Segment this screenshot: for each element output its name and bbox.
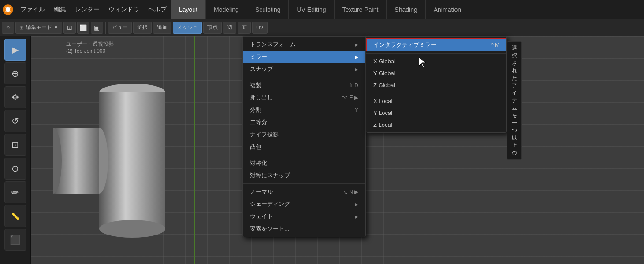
menu-sort-label: 要素をソート... [250, 225, 289, 233]
mirror-x-local-label: X Local [373, 98, 392, 104]
tab-shading[interactable]: Shading [387, 0, 425, 19]
mirror-submenu: インタラクティブミラー ^ M X Global Y Global Z Glob… [366, 36, 507, 133]
edit-mode-icon: ⊞ [19, 25, 24, 31]
menu-mirror[interactable]: ミラー ▶ [243, 51, 365, 63]
tab-texture-paint[interactable]: Texture Paint [335, 0, 387, 19]
left-toolbar: ▶ ⊕ ✥ ↺ ⊡ ⊙ ✏ 📏 ⬛ [0, 36, 31, 264]
menu-sort-elements[interactable]: 要素をソート... [243, 223, 365, 235]
mirror-y-local[interactable]: Y Local [366, 107, 506, 119]
tab-uv-editing[interactable]: UV Editing [289, 0, 334, 19]
svg-point-6 [99, 220, 165, 238]
mirror-arrow-icon: ▶ [355, 55, 358, 59]
mirror-y-global[interactable]: Y Global [366, 67, 506, 79]
tool-transform[interactable]: ⊙ [4, 158, 26, 180]
tab-animation[interactable]: Animation [426, 0, 469, 19]
menu-convex-label: 凸包 [250, 143, 261, 151]
snap-arrow-icon: ▶ [355, 67, 358, 72]
uv-menu-btn[interactable]: UV [252, 22, 268, 34]
tool-select[interactable]: ▶ [4, 39, 26, 61]
view-menu-btn[interactable]: ビュー [108, 22, 132, 34]
separator-a [243, 77, 365, 77]
menu-symmetrize-label: 対称化 [250, 159, 267, 167]
second-toolbar: ⊙ ⊞ 編集モード ▼ ⊡ ⬜ ▣ ビュー 選択 追加 メッシュ 頂点 辺 面 … [0, 19, 644, 36]
workspace-tabs: Layout Modeling Sculpting UV Editing Tex… [171, 0, 644, 19]
mesh-dropdown: トランスフォーム ▶ ミラー ▶ スナップ ▶ 複製 ⇧ D 押し出し ⌥ E … [242, 36, 366, 237]
edit-mode-label: 編集モード [26, 24, 52, 31]
menu-duplicate[interactable]: 複製 ⇧ D [243, 79, 365, 92]
mirror-sep-2 [366, 93, 506, 93]
split-shortcut: Y [355, 107, 358, 113]
view-mode-icon-2[interactable]: ⬜ [77, 22, 89, 34]
mirror-interactive-shortcut: ^ M [491, 42, 499, 48]
menu-snap-sym-label: 対称にスナップ [250, 172, 290, 180]
menu-extrude-label: 押し出し [250, 94, 273, 102]
mirror-z-local[interactable]: Z Local [366, 119, 506, 131]
tool-move[interactable]: ✥ [4, 86, 26, 108]
menu-transform[interactable]: トランスフォーム ▶ [243, 38, 365, 51]
menu-file[interactable]: ファイル [16, 0, 49, 19]
tool-cursor[interactable]: ⊕ [4, 62, 26, 84]
view-mode-icon-3[interactable]: ▣ [91, 22, 103, 34]
mirror-x-global[interactable]: X Global [366, 55, 506, 67]
menu-weights[interactable]: ウェイト ▶ [243, 210, 365, 223]
mirror-z-global[interactable]: Z Global [366, 79, 506, 91]
menu-bisect[interactable]: 二等分 [243, 116, 365, 128]
menu-help[interactable]: ヘルプ [144, 0, 171, 19]
vertex-menu-btn[interactable]: 頂点 [203, 22, 222, 34]
tooltip-text: 選択されたアイテムを一つ以上の [512, 45, 517, 156]
separator-b [243, 155, 365, 155]
mirror-y-local-label: Y Local [373, 110, 392, 116]
menu-knife-project[interactable]: ナイフ投影 [243, 128, 365, 141]
menu-items: ファイル 編集 レンダー ウィンドウ ヘルプ [16, 0, 171, 19]
shading-arrow-icon: ▶ [355, 202, 358, 207]
separator-c [243, 183, 365, 184]
menu-render[interactable]: レンダー [71, 0, 104, 19]
menu-weights-label: ウェイト [250, 213, 273, 220]
menu-knife-label: ナイフ投影 [250, 131, 279, 139]
menu-split-label: 分割 [250, 106, 261, 114]
mirror-interactive[interactable]: インタラクティブミラー ^ M [366, 38, 506, 51]
mirror-x-local[interactable]: X Local [366, 95, 506, 107]
tool-scale[interactable]: ⊡ [4, 134, 26, 156]
edge-menu-btn[interactable]: 辺 [223, 22, 236, 34]
menu-shading-label: シェーディング [250, 200, 290, 208]
tool-measure[interactable]: 📏 [4, 205, 26, 227]
tool-annotate[interactable]: ✏ [4, 181, 26, 203]
menu-extrude[interactable]: 押し出し ⌥ E ▶ [243, 92, 365, 104]
tab-layout[interactable]: Layout [171, 0, 206, 19]
menu-duplicate-label: 複製 [250, 81, 261, 89]
menu-split[interactable]: 分割 Y [243, 104, 365, 116]
3d-object [53, 53, 220, 242]
viewport-info: ユーザー・透視投影 (2) Tee Joint.000 [66, 40, 114, 54]
tab-sculpting[interactable]: Sculpting [247, 0, 289, 19]
menu-bisect-label: 二等分 [250, 118, 267, 126]
menu-window[interactable]: ウィンドウ [104, 0, 144, 19]
menu-convex-hull[interactable]: 凸包 [243, 141, 365, 153]
menu-snap[interactable]: スナップ ▶ [243, 63, 365, 75]
transform-arrow-icon: ▶ [355, 42, 358, 47]
mesh-menu-btn[interactable]: メッシュ [173, 22, 202, 34]
dropdown-arrow-icon: ▼ [54, 25, 58, 30]
menu-symmetrize[interactable]: 対称化 [243, 157, 365, 169]
select-menu-btn[interactable]: 選択 [133, 22, 152, 34]
tool-rotate[interactable]: ↺ [4, 110, 26, 132]
viewport-projection: ユーザー・透視投影 [66, 40, 114, 48]
add-menu-btn[interactable]: 追加 [153, 22, 171, 34]
menu-normals[interactable]: ノーマル ⌥ N ▶ [243, 186, 365, 198]
duplicate-shortcut: ⇧ D [349, 82, 358, 88]
tool-extra[interactable]: ⬛ [4, 229, 26, 251]
edit-mode-btn[interactable]: ⊞ 編集モード ▼ [15, 22, 62, 34]
menu-shading[interactable]: シェーディング ▶ [243, 198, 365, 210]
menu-snap-symmetry[interactable]: 対称にスナップ [243, 169, 365, 182]
face-menu-btn[interactable]: 面 [238, 22, 251, 34]
extrude-shortcut: ⌥ E ▶ [342, 95, 358, 101]
menu-transform-label: トランスフォーム [250, 40, 296, 48]
tab-modeling[interactable]: Modeling [206, 0, 247, 19]
separator-1 [105, 22, 106, 34]
mirror-z-local-label: Z Local [373, 121, 392, 128]
view-mode-icon-1[interactable]: ⊡ [63, 22, 76, 34]
menu-edit[interactable]: 編集 [49, 0, 71, 19]
viewport-object-name: (2) Tee Joint.000 [66, 48, 114, 54]
menu-mirror-label: ミラー [250, 53, 267, 61]
viewport-icon: ⊙ [2, 22, 14, 34]
